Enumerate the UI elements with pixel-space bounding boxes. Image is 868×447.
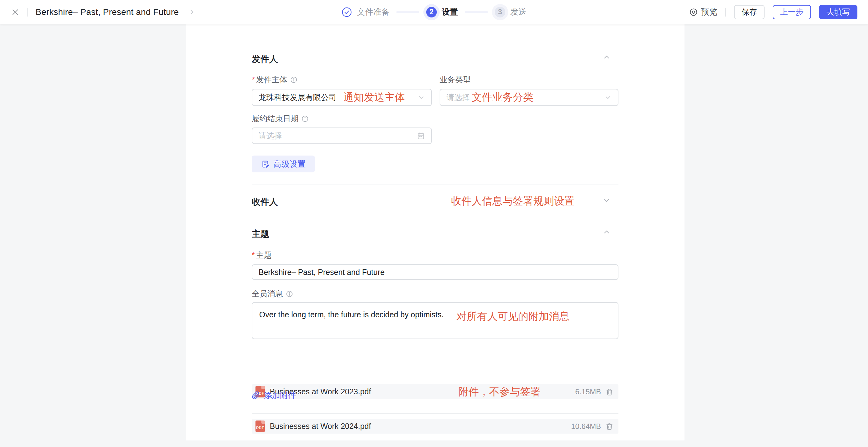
- recipients-annotation: 收件人信息与签署规则设置: [451, 194, 575, 208]
- performance-end-date-label: 履约结束日期: [252, 114, 309, 124]
- step-label: 设置: [442, 6, 458, 18]
- advanced-settings-button[interactable]: 高级设置: [252, 155, 315, 172]
- document-title: Berkshire– Past, Present and Future: [35, 7, 179, 17]
- pdf-file-icon: PDF: [255, 420, 265, 432]
- advanced-settings-label: 高级设置: [273, 159, 306, 170]
- preview-button[interactable]: 预览: [689, 6, 717, 18]
- step-send[interactable]: 3 发送: [495, 6, 527, 18]
- close-icon[interactable]: [10, 7, 20, 17]
- trash-icon: [606, 388, 614, 396]
- section-divider: [252, 217, 618, 217]
- add-attachment-label: 添加附件: [264, 390, 296, 401]
- chevron-up-icon: [602, 228, 611, 236]
- chevron-down-icon: [602, 197, 611, 205]
- document-edit-icon: [261, 160, 270, 168]
- business-type-label: 业务类型: [440, 74, 471, 85]
- message-value: Over the long term, the future is decide…: [259, 310, 444, 319]
- info-icon[interactable]: [290, 76, 298, 84]
- step-number-badge: 3: [495, 7, 505, 18]
- calendar-icon: [417, 132, 425, 140]
- sender-entity-label: *发件主体: [252, 74, 298, 85]
- attachment-size: 10.64MB: [571, 422, 601, 431]
- performance-end-date-picker[interactable]: 请选择: [252, 127, 432, 144]
- chevron-up-icon: [602, 53, 611, 61]
- theme-section-title: 主题: [252, 228, 269, 240]
- date-placeholder: 请选择: [258, 130, 282, 141]
- add-attachment-button[interactable]: 添加附件: [252, 390, 296, 401]
- attachment-size: 6.15MB: [575, 387, 601, 396]
- step-settings[interactable]: 2 设置: [426, 6, 458, 18]
- recipients-section-title: 收件人: [252, 196, 278, 208]
- attachment-row[interactable]: PDF Businesses at Work 2023.pdf 附件，不参与签署…: [252, 384, 618, 399]
- delete-attachment-button[interactable]: [606, 388, 614, 396]
- attachment-row[interactable]: PDF Businesses at Work 2024.pdf 10.64MB: [252, 419, 618, 434]
- header-divider: [725, 8, 726, 17]
- sender-collapse-button[interactable]: [601, 52, 612, 62]
- section-divider: [252, 184, 618, 185]
- step-number-badge: 2: [426, 7, 437, 18]
- header-divider: [27, 8, 28, 17]
- preview-eye-icon: [689, 8, 698, 17]
- attachments-annotation: 附件，不参与签署: [458, 385, 540, 399]
- sender-section-title: 发件人: [252, 53, 278, 65]
- attachment-name: Businesses at Work 2024.pdf: [270, 422, 371, 431]
- theme-collapse-button[interactable]: [601, 227, 612, 237]
- required-mark: *: [252, 75, 255, 84]
- go-fill-button[interactable]: 去填写: [819, 5, 858, 19]
- sender-entity-annotation: 通知发送主体: [343, 90, 405, 105]
- subject-input[interactable]: Berkshire– Past, Present and Future: [252, 264, 618, 280]
- sender-entity-select[interactable]: 龙珠科技发展有限公司 通知发送主体: [252, 89, 432, 106]
- save-button[interactable]: 保存: [734, 5, 765, 19]
- step-label: 发送: [510, 6, 527, 18]
- check-circle-icon: [341, 7, 352, 18]
- delete-attachment-button[interactable]: [606, 422, 614, 430]
- step-connector: [396, 11, 420, 12]
- subject-value: Berkshire– Past, Present and Future: [258, 268, 384, 277]
- wizard-steps: 文件准备 2 设置 3 发送: [341, 0, 527, 24]
- message-label: 全员消息: [252, 289, 293, 299]
- step-label: 文件准备: [357, 6, 390, 18]
- required-mark: *: [252, 250, 255, 259]
- trash-icon: [606, 422, 614, 430]
- business-type-annotation: 文件业务分类: [472, 90, 533, 105]
- preview-label: 预览: [701, 6, 717, 18]
- section-divider: [252, 413, 618, 414]
- paperclip-icon: [252, 391, 260, 399]
- step-connector: [465, 11, 488, 12]
- subject-field-label: *主题: [252, 250, 272, 260]
- info-icon[interactable]: [286, 290, 293, 298]
- step-file-prepare[interactable]: 文件准备: [341, 6, 390, 18]
- business-type-placeholder: 请选择: [446, 92, 470, 102]
- message-annotation: 对所有人可见的附加消息: [457, 309, 569, 324]
- chevron-down-icon: [417, 94, 425, 101]
- recipients-expand-button[interactable]: [601, 196, 612, 205]
- info-icon[interactable]: [301, 115, 309, 122]
- message-textarea[interactable]: Over the long term, the future is decide…: [252, 302, 618, 339]
- sender-entity-value: 龙珠科技发展有限公司: [258, 92, 337, 102]
- title-chevron-right-icon[interactable]: [188, 8, 196, 16]
- chevron-down-icon: [604, 94, 612, 101]
- previous-step-button[interactable]: 上一步: [773, 5, 811, 19]
- settings-form-card: 发件人 *发件主体 业务类型 龙珠科技发展有限公司 通知发送主体 请选择 文件业…: [186, 24, 684, 441]
- top-bar: Berkshire– Past, Present and Future 文件准备…: [0, 0, 868, 24]
- business-type-select[interactable]: 请选择 文件业务分类: [440, 89, 618, 106]
